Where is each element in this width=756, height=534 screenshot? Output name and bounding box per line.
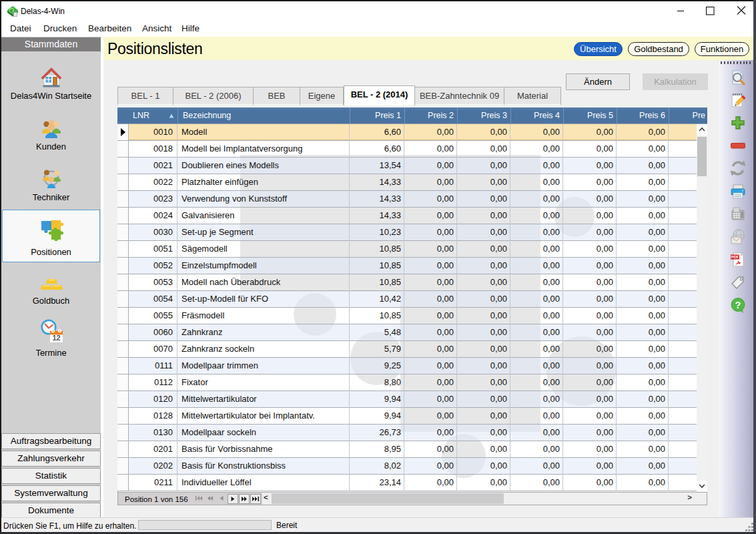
svg-text:PDF: PDF <box>731 255 739 259</box>
svg-text:e: e <box>10 7 13 13</box>
svg-text:?: ? <box>735 300 741 310</box>
svg-text:12: 12 <box>52 334 60 342</box>
